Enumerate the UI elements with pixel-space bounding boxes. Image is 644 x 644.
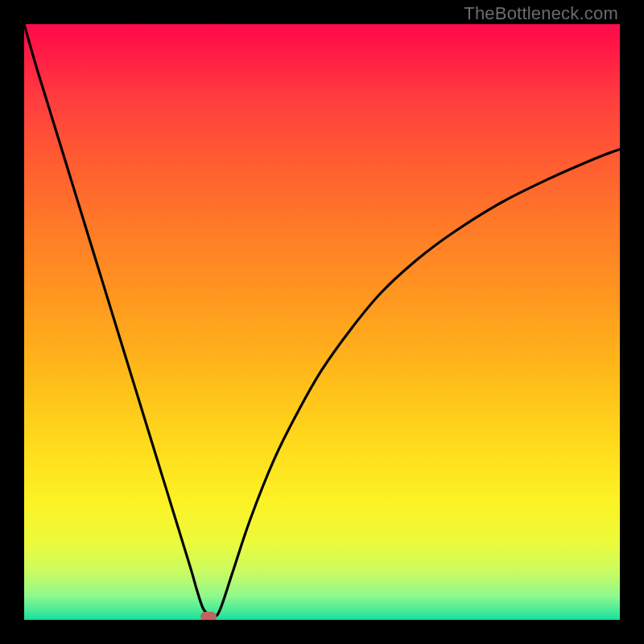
- watermark-text: TheBottleneck.com: [464, 3, 618, 24]
- chart-frame: TheBottleneck.com: [0, 0, 644, 644]
- optimal-point-marker: [200, 612, 217, 620]
- bottleneck-curve: [24, 24, 620, 620]
- plot-area: [24, 24, 620, 620]
